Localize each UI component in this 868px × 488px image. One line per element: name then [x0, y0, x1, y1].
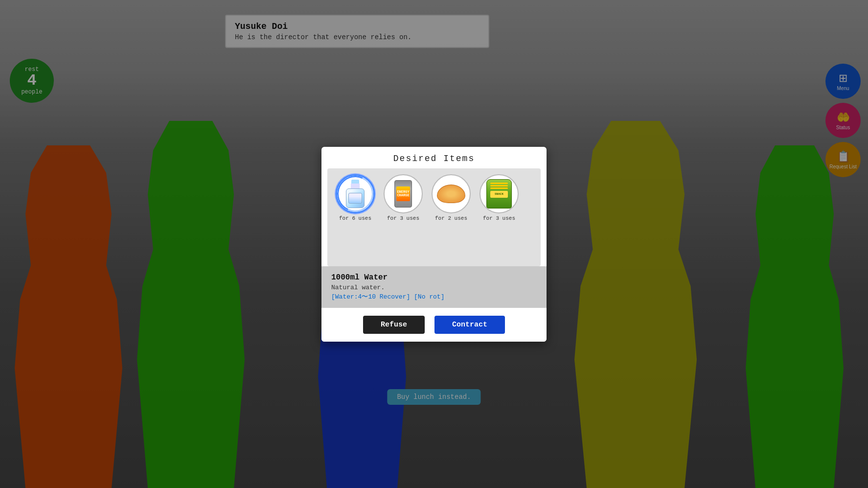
item-bread[interactable]: for 2 uses [429, 174, 473, 221]
item-chips-label: for 3 uses [483, 215, 515, 221]
refuse-button[interactable]: Refuse [363, 316, 425, 334]
modal-buttons: Refuse Contract [321, 308, 547, 342]
items-area: for 6 uses ENERGYCHARGE for 3 uses [327, 168, 541, 266]
items-grid: for 6 uses ENERGYCHARGE for 3 uses [333, 174, 535, 221]
item-bread-label: for 2 uses [435, 215, 467, 221]
modal-overlay: Desired Items [0, 0, 868, 488]
desired-items-dialog: Desired Items [321, 147, 547, 342]
item-energy-icon-wrap: ENERGYCHARGE [384, 174, 423, 213]
item-energy[interactable]: ENERGYCHARGE for 3 uses [381, 174, 425, 221]
selected-item-effect: [Water:4〜10 Recover] [No rot] [331, 292, 537, 301]
item-water-label: for 6 uses [339, 215, 371, 221]
selected-item-description: Natural water. [331, 284, 537, 291]
energy-drink-label: ENERGYCHARGE [396, 186, 410, 201]
selected-item-name: 1000ml Water [331, 273, 537, 282]
chips-label: SNACK [490, 191, 508, 198]
contract-button[interactable]: Contract [434, 316, 505, 334]
modal-title: Desired Items [321, 147, 547, 168]
water-bottle [344, 180, 366, 208]
bread-icon [437, 185, 465, 203]
item-info: 1000ml Water Natural water. [Water:4〜10 … [321, 266, 547, 308]
item-water[interactable]: for 6 uses [333, 174, 377, 221]
chips-icon: SNACK [486, 179, 512, 209]
item-chips-icon-wrap: SNACK [480, 174, 519, 213]
energy-drink-icon: ENERGYCHARGE [394, 180, 412, 208]
item-chips[interactable]: SNACK for 3 uses [477, 174, 521, 221]
item-energy-label: for 3 uses [387, 215, 419, 221]
item-bread-icon-wrap [432, 174, 471, 213]
item-water-icon-wrap [336, 174, 375, 213]
